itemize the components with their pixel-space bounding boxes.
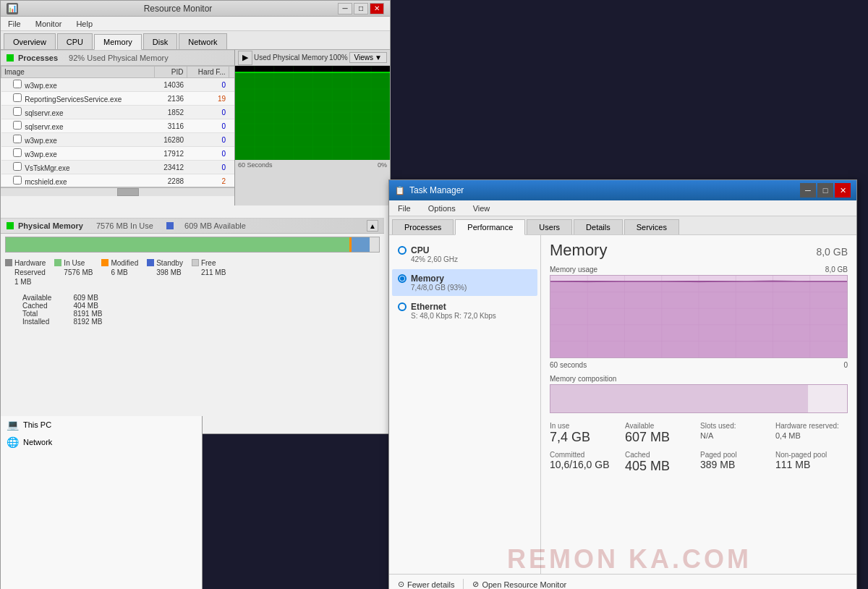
views-dropdown-btn[interactable]: Views ▼	[349, 52, 387, 63]
rm-graph-svg	[235, 66, 390, 160]
rm-close-btn[interactable]: ✕	[370, 3, 384, 14]
cell-pid: 23412	[155, 161, 187, 174]
tm-usage-value: 8,0 GB	[825, 266, 848, 274]
rm-icon: 📊	[7, 3, 18, 14]
row-checkbox[interactable]	[13, 93, 22, 102]
graph-time-start: 60 Seconds	[238, 161, 273, 169]
row-checkbox[interactable]	[13, 148, 22, 157]
cell-pid: 3116	[155, 119, 187, 133]
tm-tab-details[interactable]: Details	[574, 219, 623, 234]
resource-item-cpu[interactable]: CPU 42% 2,60 GHz	[392, 241, 537, 268]
phys-expand-btn[interactable]: ▲	[367, 220, 378, 232]
rm-titlebar: 📊 Resource Monitor ─ □ ✕	[1, 1, 390, 17]
hscroll-thumb[interactable]	[117, 188, 139, 196]
fe-item-thispc[interactable]: 💻 This PC	[1, 416, 202, 433]
fewer-details-icon: ⊙	[398, 580, 404, 589]
tm-menu-view[interactable]: View	[467, 203, 496, 214]
row-checkbox[interactable]	[13, 162, 22, 171]
tm-graph-label-row: Memory usage 8,0 GB	[550, 266, 848, 274]
tab-network[interactable]: Network	[179, 33, 226, 49]
resource-item-ethernet[interactable]: Ethernet S: 48,0 Kbps R: 72,0 Kbps	[392, 297, 537, 324]
physical-memory-section: Physical Memory 7576 MB In Use 609 MB Av…	[1, 218, 384, 330]
graph-header: ▶ Used Physical Memory 100% Views ▼	[235, 50, 390, 66]
graph-nav-btn[interactable]: ▶	[238, 51, 252, 65]
processes-indicator	[7, 54, 14, 62]
tm-time-labels: 60 seconds 0	[550, 361, 848, 369]
row-checkbox[interactable]	[13, 107, 22, 116]
row-checkbox[interactable]	[13, 80, 22, 88]
rm-menu-file[interactable]: File	[4, 18, 25, 30]
tab-memory[interactable]: Memory	[94, 34, 142, 50]
tm-maximize-btn[interactable]: □	[817, 183, 833, 198]
row-checkbox[interactable]	[13, 121, 22, 130]
cpu-detail: 42% 2,60 GHz	[411, 255, 532, 263]
legend-standby: Standby 398 MB	[147, 258, 183, 287]
tm-fewer-details-btn[interactable]: ⊙ Fewer details	[395, 578, 457, 589]
stat-hw-reserved: Hardware reserved: 0,4 MB	[775, 422, 848, 445]
tm-graph-svg	[550, 276, 847, 357]
memory-bar-container	[1, 234, 384, 255]
composition-svg	[550, 385, 847, 412]
cell-hard-f: 19	[187, 92, 229, 106]
rm-maximize-btn[interactable]: □	[354, 3, 368, 14]
cell-image: mcshield.exe	[1, 174, 155, 188]
file-explorer-panel: 💻 This PC 🌐 Network	[0, 416, 203, 589]
memory-stats: Available Cached Total Installed 609 MB …	[1, 289, 384, 330]
memory-legend: Hardware Reserved 1 MB In Use 7576 MB Mo…	[1, 255, 384, 289]
legend-modified: Modified 6 MB	[101, 258, 138, 287]
ethernet-name: Ethernet	[411, 302, 446, 312]
rm-graph-panel: ▶ Used Physical Memory 100% Views ▼	[234, 50, 390, 205]
stat-total: 8191 MB	[73, 310, 102, 318]
cell-hard-f: 0	[187, 78, 229, 92]
tm-menu-options[interactable]: Options	[422, 203, 461, 214]
phys-indicator	[7, 222, 14, 229]
stat-cached: Cached 405 MB	[625, 451, 697, 474]
tm-minimize-btn[interactable]: ─	[800, 183, 816, 198]
fe-thispc-label: This PC	[23, 420, 51, 429]
memory-name: Memory	[411, 274, 444, 284]
tm-body: CPU 42% 2,60 GHz Memory 7,4/8,0 GB (93%)…	[389, 235, 856, 574]
tm-open-resource-monitor-btn[interactable]: ⊘ Open Resource Monitor	[469, 578, 569, 589]
physical-memory-header: Physical Memory 7576 MB In Use 609 MB Av…	[1, 218, 384, 234]
row-checkbox[interactable]	[13, 176, 22, 185]
rm-minimize-btn[interactable]: ─	[338, 3, 352, 14]
col-pid[interactable]: PID	[155, 67, 187, 78]
cell-pid: 2288	[155, 174, 187, 188]
stat-cached: 404 MB	[73, 302, 102, 310]
tab-overview[interactable]: Overview	[4, 33, 56, 49]
stat-installed: 8192 MB	[73, 318, 102, 326]
memory-bar	[5, 237, 380, 253]
stat-committed: Committed 10,6/16,0 GB	[550, 451, 622, 474]
cell-image: ReportingServicesService.exe	[1, 92, 155, 106]
rm-menu-help[interactable]: Help	[72, 18, 97, 30]
legend-free-box	[192, 259, 199, 266]
tm-stats-grid: In use 7,4 GB Available 607 MB Slots use…	[550, 422, 848, 474]
tm-tab-performance[interactable]: Performance	[455, 219, 525, 235]
rm-menubar: File Monitor Help	[1, 17, 390, 31]
col-hard-f[interactable]: Hard F...	[187, 67, 229, 78]
legend-hw-reserved: Hardware Reserved 1 MB	[5, 258, 46, 287]
cell-image: w3wp.exe	[1, 133, 155, 147]
rm-menu-monitor[interactable]: Monitor	[31, 18, 67, 30]
mem-composition-label: Memory composition	[550, 375, 848, 383]
tab-cpu[interactable]: CPU	[57, 33, 93, 49]
legend-inuse-box	[54, 259, 61, 266]
legend-free: Free 211 MB	[192, 258, 226, 287]
tm-close-btn[interactable]: ✕	[835, 183, 851, 198]
svg-rect-29	[550, 281, 847, 357]
tab-disk[interactable]: Disk	[143, 33, 177, 49]
tm-controls: ─ □ ✕	[800, 183, 851, 198]
legend-modified-box	[101, 259, 109, 266]
fe-item-network[interactable]: 🌐 Network	[1, 433, 202, 451]
col-image[interactable]: Image	[1, 67, 155, 78]
resource-item-memory[interactable]: Memory 7,4/8,0 GB (93%)	[392, 269, 537, 296]
tm-tab-services[interactable]: Services	[624, 219, 679, 234]
cell-pid: 16280	[155, 133, 187, 147]
tm-menu-file[interactable]: File	[392, 203, 417, 214]
tm-tab-users[interactable]: Users	[527, 219, 572, 234]
row-checkbox[interactable]	[13, 135, 22, 143]
network-icon: 🌐	[7, 436, 19, 448]
resource-monitor-window: 📊 Resource Monitor ─ □ ✕ File Monitor He…	[0, 0, 391, 434]
tm-tabbar: Processes Performance Users Details Serv…	[389, 216, 856, 235]
tm-tab-processes[interactable]: Processes	[392, 219, 454, 234]
